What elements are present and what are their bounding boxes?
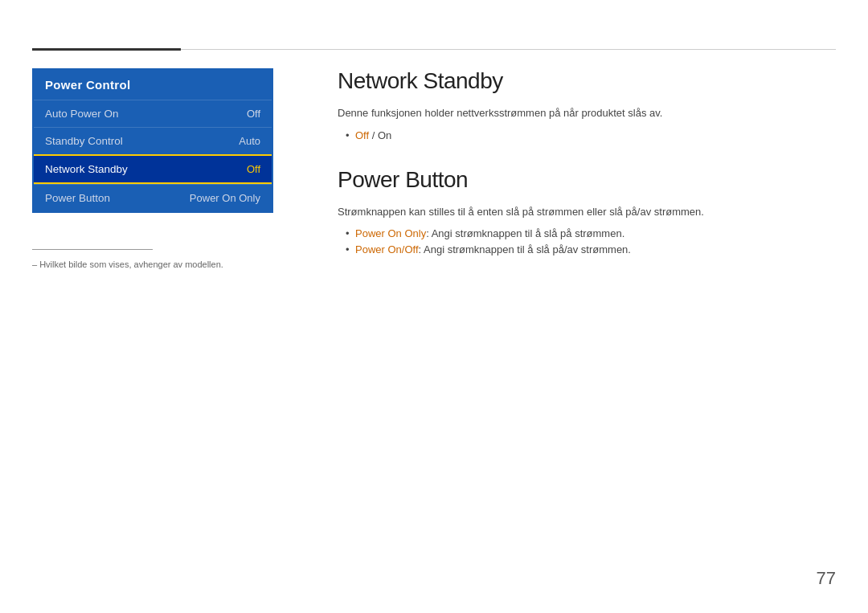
power-on-off-rest: : Angi strømknappen til å slå på/av strø… (419, 243, 631, 255)
right-content: Network Standby Denne funksjonen holder … (338, 68, 836, 281)
power-button-bullet-1: Power On Only: Angi strømknappen til å s… (346, 227, 836, 239)
menu-item-power-button[interactable]: Power Button Power On Only (34, 184, 272, 211)
footnote: – Hvilket bilde som vises, avhenger av m… (32, 249, 257, 271)
standby-control-label: Standby Control (45, 135, 123, 147)
network-standby-section: Network Standby Denne funksjonen holder … (338, 68, 836, 141)
power-button-bullets: Power On Only: Angi strømknappen til å s… (338, 227, 836, 255)
network-standby-slash: / On (369, 129, 391, 141)
power-button-bullet-2: Power On/Off: Angi strømknappen til å sl… (346, 243, 836, 255)
power-on-only-highlight: Power On Only (355, 227, 426, 239)
network-standby-off-on: Off / On (346, 129, 836, 141)
power-button-desc: Strømknappen kan stilles til å enten slå… (338, 204, 836, 220)
menu-item-network-standby[interactable]: Network Standby Off (32, 154, 273, 184)
network-standby-title: Network Standby (338, 68, 836, 94)
power-button-label: Power Button (45, 192, 110, 204)
power-on-only-rest: : Angi strømknappen til å slå på strømme… (426, 227, 624, 239)
top-lines (32, 48, 836, 51)
network-standby-desc: Denne funksjonen holder nettverksstrømme… (338, 105, 836, 121)
top-line-dark (32, 48, 181, 51)
menu-item-standby-control[interactable]: Standby Control Auto (34, 127, 272, 154)
page-number: 77 (817, 568, 836, 589)
power-button-title: Power Button (338, 167, 836, 193)
menu-title: Power Control (34, 70, 272, 100)
network-standby-label: Network Standby (45, 163, 128, 175)
power-button-section: Power Button Strømknappen kan stilles ti… (338, 167, 836, 256)
menu-item-auto-power-on[interactable]: Auto Power On Off (34, 100, 272, 127)
power-button-value: Power On Only (190, 192, 260, 204)
menu-items: Auto Power On Off Standby Control Auto N… (34, 100, 272, 211)
menu-box: Power Control Auto Power On Off Standby … (32, 68, 273, 213)
power-on-off-highlight: Power On/Off (355, 243, 419, 255)
footnote-text: – Hvilket bilde som vises, avhenger av m… (32, 260, 223, 269)
network-standby-off: Off (355, 129, 369, 141)
left-panel: Power Control Auto Power On Off Standby … (32, 68, 273, 213)
footnote-line (32, 249, 153, 250)
top-line-light (181, 49, 836, 50)
page-container: Power Control Auto Power On Off Standby … (0, 0, 868, 613)
network-standby-value: Off (247, 163, 260, 175)
standby-control-value: Auto (239, 135, 260, 147)
auto-power-on-value: Off (247, 108, 260, 120)
network-standby-options: Off / On (338, 129, 836, 141)
auto-power-on-label: Auto Power On (45, 108, 119, 120)
